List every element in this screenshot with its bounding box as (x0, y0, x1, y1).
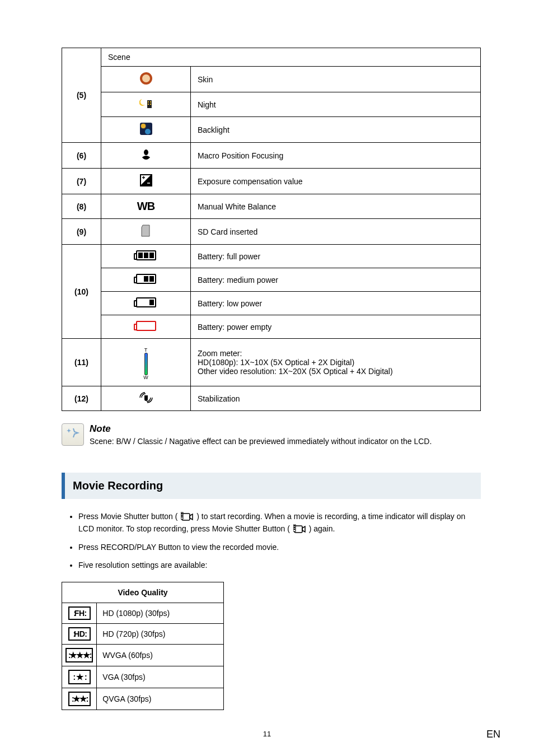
bullet-1c: ) again. (309, 524, 335, 533)
zoom-line-1: Zoom meter: (198, 349, 474, 358)
battery-medium-icon-cell (101, 268, 191, 292)
wb-label: Manual White Balance (191, 194, 481, 219)
row-6-index: (6) (62, 143, 101, 169)
quality-vga-label: VGA (30fps) (97, 666, 224, 688)
quality-wvga-label: WVGA (60fps) (97, 644, 224, 666)
svg-rect-4 (150, 104, 151, 105)
note-text: Scene: B/W / Classic / Nagative effect c… (90, 437, 432, 446)
quality-qvga-label: QVGA (30fps) (97, 688, 224, 710)
one-star-badge-icon: : ★ : (68, 670, 91, 684)
quality-fh-icon-cell: :FH: (62, 603, 97, 623)
note-icon (62, 423, 84, 446)
battery-low-icon-cell (101, 292, 191, 315)
exposure-icon (140, 174, 152, 186)
row-9-index: (9) (62, 219, 101, 245)
note-title: Note (90, 423, 432, 435)
quality-wvga-icon-cell: :★★★: (62, 644, 97, 666)
quality-hd-label: HD (720p) (30fps) (97, 623, 224, 644)
battery-full-label: Battery: full power (191, 245, 481, 268)
svg-rect-10 (181, 516, 183, 517)
zoom-line-3: Other video resolution: 1X~20X (5X Optic… (198, 367, 474, 376)
scene-night-icon-cell (101, 92, 191, 117)
fh-badge-icon: :FH: (68, 606, 91, 620)
bullet-1a: Press Movie Shutter button ( (78, 512, 177, 521)
battery-low-icon (136, 297, 156, 307)
video-quality-table: Video Quality :FH: HD (1080p) (30fps) :H… (62, 582, 224, 710)
battery-empty-icon (136, 321, 156, 331)
svg-rect-9 (181, 515, 183, 516)
row-10-index: (10) (62, 245, 101, 339)
quality-vga-icon-cell: : ★ : (62, 666, 97, 688)
scene-backlight-icon-cell (101, 117, 191, 143)
section-heading: Movie Recording (62, 473, 481, 499)
scene-night-label: Night (191, 92, 481, 117)
row-11-index: (11) (62, 339, 101, 386)
battery-medium-label: Battery: medium power (191, 268, 481, 292)
row-7-index: (7) (62, 169, 101, 194)
backlight-icon (140, 123, 152, 135)
movie-shutter-icon (181, 511, 193, 521)
macro-label: Macro Position Focusing (191, 143, 481, 169)
quality-header: Video Quality (62, 582, 224, 603)
bullet-3: Five resolution settings are available: (78, 559, 481, 571)
movie-shutter-icon (293, 524, 306, 534)
svg-rect-2 (150, 101, 151, 102)
stab-label: Stabilization (191, 386, 481, 411)
three-stars-badge-icon: :★★★: (65, 648, 93, 662)
battery-low-label: Battery: low power (191, 292, 481, 315)
scene-backlight-label: Backlight (191, 117, 481, 143)
bullet-2: Press RECORD/PLAY Button to view the rec… (78, 541, 481, 553)
stabilization-icon (139, 392, 153, 403)
quality-fh-label: HD (1080p) (30fps) (97, 603, 224, 623)
wb-icon: WB (137, 200, 154, 213)
row-5-index: (5) (62, 48, 101, 143)
macro-icon-cell (101, 143, 191, 169)
row-12-index: (12) (62, 386, 101, 411)
battery-empty-icon-cell (101, 315, 191, 339)
bullet-list: Press Movie Shutter button ( ) to start … (73, 510, 481, 572)
page-number: 11 (263, 730, 271, 738)
zoom-meter-icon: T W (143, 348, 148, 380)
svg-rect-1 (148, 101, 149, 102)
scene-header: Scene (101, 48, 481, 67)
svg-rect-3 (148, 104, 149, 105)
zoom-line-2: HD(1080p): 1X~10X (5X Optical + 2X Digit… (198, 358, 474, 367)
sd-label: SD Card inserted (191, 219, 481, 245)
zoom-icon-cell: T W (101, 339, 191, 386)
zoom-desc: Zoom meter: HD(1080p): 1X~10X (5X Optica… (191, 339, 481, 386)
svg-rect-13 (293, 525, 295, 526)
svg-rect-8 (181, 513, 183, 514)
tulip-icon (140, 148, 152, 161)
stab-icon-cell (101, 386, 191, 411)
svg-rect-15 (293, 529, 295, 530)
sd-card-icon (140, 225, 152, 237)
quality-hd-icon-cell: :HD: (62, 623, 97, 644)
indicators-table: (5) Scene Skin Night Backlight (6) Macro… (62, 48, 481, 411)
bullet-1: Press Movie Shutter button ( ) to start … (78, 510, 481, 535)
row-8-index: (8) (62, 194, 101, 219)
ev-label: Exposure compensation value (191, 169, 481, 194)
sd-icon-cell (101, 219, 191, 245)
quality-qvga-icon-cell: :★★: (62, 688, 97, 710)
battery-medium-icon (136, 274, 156, 284)
battery-empty-label: Battery: power empty (191, 315, 481, 339)
face-icon (140, 72, 152, 85)
hd-badge-icon: :HD: (68, 627, 91, 641)
moon-building-icon (139, 98, 153, 109)
wb-icon-cell: WB (101, 194, 191, 219)
page-language: EN (486, 729, 500, 740)
scene-skin-icon-cell (101, 67, 191, 92)
two-stars-badge-icon: :★★: (68, 692, 91, 706)
battery-full-icon-cell (101, 245, 191, 268)
scene-skin-label: Skin (191, 67, 481, 92)
battery-full-icon (136, 250, 156, 260)
note-block: Note Scene: B/W / Classic / Nagative eff… (62, 423, 481, 446)
ev-icon-cell (101, 169, 191, 194)
svg-rect-14 (293, 527, 295, 528)
